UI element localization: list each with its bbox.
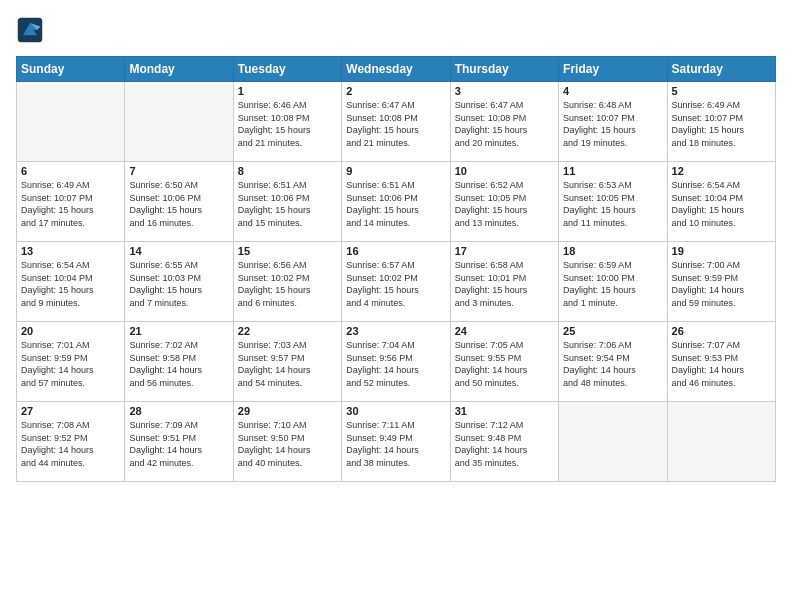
day-info: Sunrise: 7:11 AM Sunset: 9:49 PM Dayligh… [346,419,445,469]
day-info: Sunrise: 6:57 AM Sunset: 10:02 PM Daylig… [346,259,445,309]
day-number: 11 [563,165,662,177]
calendar-day-cell: 28Sunrise: 7:09 AM Sunset: 9:51 PM Dayli… [125,402,233,482]
calendar-day-cell: 20Sunrise: 7:01 AM Sunset: 9:59 PM Dayli… [17,322,125,402]
day-info: Sunrise: 6:48 AM Sunset: 10:07 PM Daylig… [563,99,662,149]
calendar-day-cell: 4Sunrise: 6:48 AM Sunset: 10:07 PM Dayli… [559,82,667,162]
calendar-day-cell: 17Sunrise: 6:58 AM Sunset: 10:01 PM Dayl… [450,242,558,322]
day-info: Sunrise: 6:47 AM Sunset: 10:08 PM Daylig… [455,99,554,149]
day-number: 30 [346,405,445,417]
day-number: 5 [672,85,771,97]
weekday-header: Friday [559,57,667,82]
weekday-header: Tuesday [233,57,341,82]
header [16,16,776,44]
weekday-header: Wednesday [342,57,450,82]
day-info: Sunrise: 6:58 AM Sunset: 10:01 PM Daylig… [455,259,554,309]
calendar-day-cell: 21Sunrise: 7:02 AM Sunset: 9:58 PM Dayli… [125,322,233,402]
day-number: 12 [672,165,771,177]
day-number: 23 [346,325,445,337]
calendar-day-cell: 2Sunrise: 6:47 AM Sunset: 10:08 PM Dayli… [342,82,450,162]
day-info: Sunrise: 6:49 AM Sunset: 10:07 PM Daylig… [672,99,771,149]
calendar-day-cell: 15Sunrise: 6:56 AM Sunset: 10:02 PM Dayl… [233,242,341,322]
day-info: Sunrise: 7:07 AM Sunset: 9:53 PM Dayligh… [672,339,771,389]
calendar-week-row: 27Sunrise: 7:08 AM Sunset: 9:52 PM Dayli… [17,402,776,482]
day-info: Sunrise: 7:05 AM Sunset: 9:55 PM Dayligh… [455,339,554,389]
calendar-day-cell: 8Sunrise: 6:51 AM Sunset: 10:06 PM Dayli… [233,162,341,242]
calendar-day-cell [667,402,775,482]
calendar-day-cell: 26Sunrise: 7:07 AM Sunset: 9:53 PM Dayli… [667,322,775,402]
calendar-day-cell [17,82,125,162]
calendar-day-cell: 11Sunrise: 6:53 AM Sunset: 10:05 PM Dayl… [559,162,667,242]
calendar-week-row: 6Sunrise: 6:49 AM Sunset: 10:07 PM Dayli… [17,162,776,242]
day-info: Sunrise: 7:01 AM Sunset: 9:59 PM Dayligh… [21,339,120,389]
day-info: Sunrise: 7:02 AM Sunset: 9:58 PM Dayligh… [129,339,228,389]
day-number: 18 [563,245,662,257]
calendar-day-cell: 14Sunrise: 6:55 AM Sunset: 10:03 PM Dayl… [125,242,233,322]
day-number: 1 [238,85,337,97]
day-number: 17 [455,245,554,257]
weekday-header: Sunday [17,57,125,82]
day-number: 4 [563,85,662,97]
calendar-day-cell: 19Sunrise: 7:00 AM Sunset: 9:59 PM Dayli… [667,242,775,322]
calendar-day-cell: 27Sunrise: 7:08 AM Sunset: 9:52 PM Dayli… [17,402,125,482]
day-number: 2 [346,85,445,97]
day-number: 31 [455,405,554,417]
day-info: Sunrise: 6:49 AM Sunset: 10:07 PM Daylig… [21,179,120,229]
day-info: Sunrise: 7:06 AM Sunset: 9:54 PM Dayligh… [563,339,662,389]
calendar: SundayMondayTuesdayWednesdayThursdayFrid… [16,56,776,482]
day-info: Sunrise: 7:03 AM Sunset: 9:57 PM Dayligh… [238,339,337,389]
day-info: Sunrise: 6:59 AM Sunset: 10:00 PM Daylig… [563,259,662,309]
logo-icon [16,16,44,44]
day-number: 22 [238,325,337,337]
day-number: 19 [672,245,771,257]
day-info: Sunrise: 7:04 AM Sunset: 9:56 PM Dayligh… [346,339,445,389]
calendar-week-row: 20Sunrise: 7:01 AM Sunset: 9:59 PM Dayli… [17,322,776,402]
logo [16,16,48,44]
day-info: Sunrise: 6:55 AM Sunset: 10:03 PM Daylig… [129,259,228,309]
day-info: Sunrise: 6:51 AM Sunset: 10:06 PM Daylig… [346,179,445,229]
day-info: Sunrise: 7:00 AM Sunset: 9:59 PM Dayligh… [672,259,771,309]
day-info: Sunrise: 6:52 AM Sunset: 10:05 PM Daylig… [455,179,554,229]
day-number: 10 [455,165,554,177]
day-info: Sunrise: 6:54 AM Sunset: 10:04 PM Daylig… [672,179,771,229]
calendar-day-cell: 25Sunrise: 7:06 AM Sunset: 9:54 PM Dayli… [559,322,667,402]
calendar-day-cell [559,402,667,482]
day-number: 9 [346,165,445,177]
day-number: 27 [21,405,120,417]
calendar-day-cell: 16Sunrise: 6:57 AM Sunset: 10:02 PM Dayl… [342,242,450,322]
calendar-day-cell: 9Sunrise: 6:51 AM Sunset: 10:06 PM Dayli… [342,162,450,242]
day-number: 8 [238,165,337,177]
calendar-day-cell: 13Sunrise: 6:54 AM Sunset: 10:04 PM Dayl… [17,242,125,322]
weekday-header: Thursday [450,57,558,82]
calendar-week-row: 1Sunrise: 6:46 AM Sunset: 10:08 PM Dayli… [17,82,776,162]
day-number: 14 [129,245,228,257]
day-number: 20 [21,325,120,337]
day-number: 25 [563,325,662,337]
calendar-day-cell: 10Sunrise: 6:52 AM Sunset: 10:05 PM Dayl… [450,162,558,242]
day-number: 3 [455,85,554,97]
calendar-day-cell: 30Sunrise: 7:11 AM Sunset: 9:49 PM Dayli… [342,402,450,482]
day-info: Sunrise: 7:12 AM Sunset: 9:48 PM Dayligh… [455,419,554,469]
day-info: Sunrise: 6:51 AM Sunset: 10:06 PM Daylig… [238,179,337,229]
calendar-day-cell: 3Sunrise: 6:47 AM Sunset: 10:08 PM Dayli… [450,82,558,162]
day-number: 28 [129,405,228,417]
day-info: Sunrise: 6:53 AM Sunset: 10:05 PM Daylig… [563,179,662,229]
day-number: 13 [21,245,120,257]
calendar-header-row: SundayMondayTuesdayWednesdayThursdayFrid… [17,57,776,82]
day-number: 7 [129,165,228,177]
day-info: Sunrise: 7:08 AM Sunset: 9:52 PM Dayligh… [21,419,120,469]
day-info: Sunrise: 6:47 AM Sunset: 10:08 PM Daylig… [346,99,445,149]
calendar-day-cell: 12Sunrise: 6:54 AM Sunset: 10:04 PM Dayl… [667,162,775,242]
calendar-day-cell [125,82,233,162]
calendar-day-cell: 23Sunrise: 7:04 AM Sunset: 9:56 PM Dayli… [342,322,450,402]
calendar-day-cell: 31Sunrise: 7:12 AM Sunset: 9:48 PM Dayli… [450,402,558,482]
day-info: Sunrise: 6:56 AM Sunset: 10:02 PM Daylig… [238,259,337,309]
day-info: Sunrise: 6:50 AM Sunset: 10:06 PM Daylig… [129,179,228,229]
calendar-day-cell: 7Sunrise: 6:50 AM Sunset: 10:06 PM Dayli… [125,162,233,242]
weekday-header: Monday [125,57,233,82]
day-number: 26 [672,325,771,337]
day-number: 21 [129,325,228,337]
day-info: Sunrise: 6:54 AM Sunset: 10:04 PM Daylig… [21,259,120,309]
day-number: 15 [238,245,337,257]
page-container: SundayMondayTuesdayWednesdayThursdayFrid… [0,0,792,612]
day-info: Sunrise: 6:46 AM Sunset: 10:08 PM Daylig… [238,99,337,149]
